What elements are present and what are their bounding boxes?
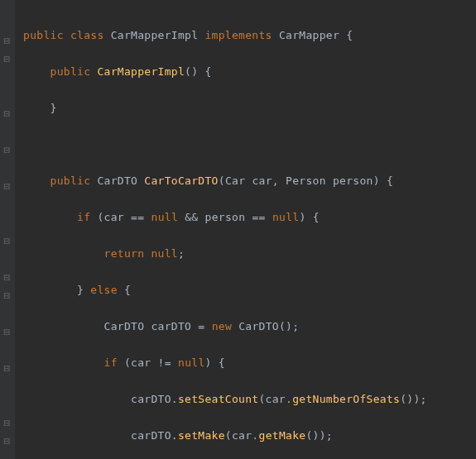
fold-icon[interactable]: ⊟ (4, 269, 12, 276)
code-editor: ⊟ ⊟ ⊟ ⊟ ⊟ ⊟ ⊟ ⊟ ⊟ ⊟ ⊟ ⊟ public class Car… (0, 0, 476, 459)
code-line (23, 136, 476, 154)
fold-icon[interactable]: ⊟ (4, 32, 12, 40)
fold-icon[interactable]: ⊟ (4, 50, 12, 58)
code-line: public CarMapperImpl() { (23, 63, 476, 81)
code-line: } (23, 99, 476, 117)
fold-icon[interactable]: ⊟ (4, 323, 12, 331)
gutter: ⊟ ⊟ ⊟ ⊟ ⊟ ⊟ ⊟ ⊟ ⊟ ⊟ ⊟ ⊟ (0, 0, 15, 459)
code-line: if (car != null) { (23, 354, 476, 372)
code-line: } else { (23, 281, 476, 299)
code-line: carDTO.setSeatCount(car.getNumberOfSeats… (23, 390, 476, 409)
code-line: carDTO.setMake(car.getMake()); (23, 427, 476, 445)
code-line: return null; (23, 245, 476, 263)
fold-icon[interactable]: ⊟ (4, 178, 12, 185)
fold-icon[interactable]: ⊟ (4, 414, 12, 422)
code-line: public CarDTO CarToCarDTO(Car car, Perso… (23, 172, 476, 190)
code-line: if (car == null && person == null) { (23, 208, 476, 227)
fold-icon[interactable]: ⊟ (4, 360, 12, 367)
code-line: CarDTO carDTO = new CarDTO(); (23, 318, 476, 336)
fold-icon[interactable]: ⊟ (4, 232, 12, 240)
code-area[interactable]: public class CarMapperImpl implements Ca… (15, 0, 476, 459)
code-line: public class CarMapperImpl implements Ca… (23, 26, 476, 45)
fold-icon[interactable]: ⊟ (4, 433, 12, 440)
fold-icon[interactable]: ⊟ (4, 105, 12, 112)
fold-icon[interactable]: ⊟ (4, 141, 12, 149)
fold-icon[interactable]: ⊟ (4, 287, 12, 294)
